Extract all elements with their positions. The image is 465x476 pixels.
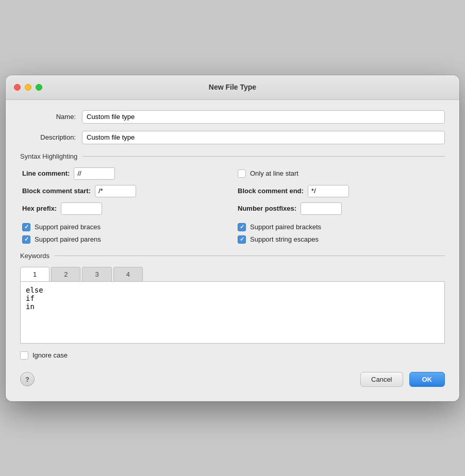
hex-prefix-label: Hex prefix: <box>22 205 57 212</box>
bottom-bar: ? Cancel OK <box>20 368 445 389</box>
cancel-button[interactable]: Cancel <box>360 372 403 387</box>
support-paired-brackets-checkbox[interactable]: ✓ <box>238 223 246 231</box>
support-string-escapes-checkbox[interactable]: ✓ <box>238 235 246 244</box>
support-paired-parens-row: ✓ Support paired parens <box>22 235 227 244</box>
checkmark-icon: ✓ <box>240 224 244 230</box>
support-paired-brackets-label: Support paired brackets <box>250 223 321 231</box>
divider-line <box>82 156 445 157</box>
keywords-divider: Keywords <box>20 252 445 260</box>
syntax-grid: Line comment: Only at line start Block c… <box>20 167 445 215</box>
keywords-section: 1 2 3 4 else if in <box>20 267 445 345</box>
tabs-container: 1 2 3 4 <box>20 267 445 282</box>
line-comment-input[interactable] <box>74 167 115 180</box>
help-button[interactable]: ? <box>20 372 35 386</box>
support-paired-brackets-row: ✓ Support paired brackets <box>238 223 443 231</box>
line-comment-row: Line comment: <box>22 167 227 180</box>
tab-4[interactable]: 4 <box>113 267 143 281</box>
description-input[interactable] <box>82 131 445 144</box>
number-postfixes-input[interactable] <box>301 202 342 215</box>
syntax-highlighting-divider: Syntax Highlighting <box>20 152 445 160</box>
name-label: Name: <box>20 113 82 121</box>
tab-3[interactable]: 3 <box>82 267 111 281</box>
ignore-case-row: Ignore case <box>20 351 445 360</box>
block-comment-end-label: Block comment end: <box>238 187 304 195</box>
only-line-start-row: Only at line start <box>238 167 443 180</box>
checkmark-icon: ✓ <box>240 236 244 243</box>
checkmark-icon: ✓ <box>24 224 29 230</box>
hex-prefix-row: Hex prefix: <box>22 202 227 215</box>
maximize-button[interactable] <box>36 84 42 91</box>
description-label: Description: <box>20 133 82 141</box>
keywords-textarea[interactable]: else if in <box>20 282 445 344</box>
window-title: New File Type <box>209 83 256 91</box>
support-string-escapes-row: ✓ Support string escapes <box>238 235 443 244</box>
line-comment-label: Line comment: <box>22 169 70 177</box>
keywords-divider-line <box>55 256 445 256</box>
description-row: Description: <box>20 131 445 144</box>
window-controls <box>14 84 42 91</box>
tab-2[interactable]: 2 <box>51 267 80 281</box>
only-line-start-label: Only at line start <box>250 169 298 177</box>
dialog-window: New File Type Name: Description: Syntax … <box>6 75 459 401</box>
checkboxes-grid: ✓ Support paired braces ✓ Support paired… <box>20 220 445 247</box>
syntax-highlighting-label: Syntax Highlighting <box>20 152 77 160</box>
block-comment-end-input[interactable] <box>308 185 349 197</box>
support-string-escapes-label: Support string escapes <box>250 235 319 243</box>
dialog-body: Name: Description: Syntax Highlighting L… <box>6 100 459 401</box>
action-buttons: Cancel OK <box>360 372 445 387</box>
number-postfixes-label: Number postfixes: <box>238 205 296 212</box>
name-input[interactable] <box>82 110 445 124</box>
keywords-label: Keywords <box>20 252 49 260</box>
close-button[interactable] <box>14 84 21 91</box>
number-postfixes-row: Number postfixes: <box>238 202 443 215</box>
block-comment-start-label: Block comment start: <box>22 187 91 195</box>
hex-prefix-input[interactable] <box>61 202 102 215</box>
only-line-start-checkbox[interactable] <box>238 169 246 178</box>
ignore-case-checkbox[interactable] <box>20 351 28 360</box>
support-paired-braces-row: ✓ Support paired braces <box>22 223 227 231</box>
name-row: Name: <box>20 110 445 124</box>
title-bar: New File Type <box>6 75 459 100</box>
checkmark-icon: ✓ <box>24 236 29 243</box>
ignore-case-label: Ignore case <box>32 351 68 359</box>
block-comment-start-row: Block comment start: <box>22 185 227 197</box>
tab-1[interactable]: 1 <box>20 267 49 281</box>
support-paired-braces-label: Support paired braces <box>35 223 101 231</box>
block-comment-end-row: Block comment end: <box>238 185 443 197</box>
ok-button[interactable]: OK <box>409 372 445 387</box>
support-paired-parens-checkbox[interactable]: ✓ <box>22 235 30 244</box>
support-paired-braces-checkbox[interactable]: ✓ <box>22 223 30 231</box>
minimize-button[interactable] <box>25 84 31 91</box>
block-comment-start-input[interactable] <box>95 185 136 197</box>
support-paired-parens-label: Support paired parens <box>35 235 101 243</box>
